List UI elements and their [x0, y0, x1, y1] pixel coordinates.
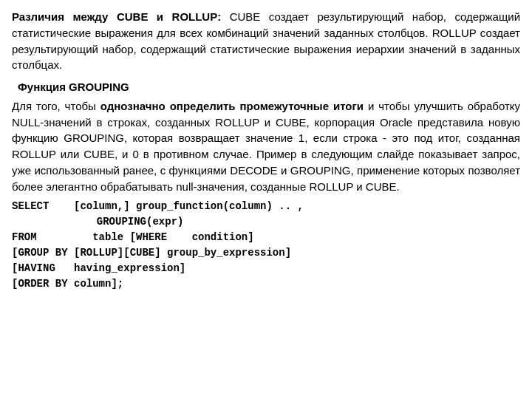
- paragraph2-end: и чтобы улучшить обработку NULL-значений…: [12, 100, 520, 193]
- code-line-3: FROM table [WHERE condition]: [12, 230, 520, 245]
- code-line-2: GROUPING(expr): [53, 214, 520, 230]
- grouping-heading: Функция GROUPING: [12, 79, 520, 95]
- sql-code-block: SELECT [column,] group_function(column) …: [12, 199, 520, 292]
- code-line-5: [HAVING having_expression]: [12, 261, 520, 276]
- paragraph-grouping: Для того, чтобы однозначно определить пр…: [12, 98, 520, 195]
- paragraph-cube-rollup: Различия между CUBE и ROLLUP: CUBE созда…: [12, 9, 520, 73]
- label-cube-rollup: Различия между CUBE и ROLLUP:: [12, 10, 221, 23]
- main-content: Различия между CUBE и ROLLUP: CUBE созда…: [12, 9, 520, 292]
- paragraph2-start: Для того, чтобы: [12, 100, 100, 112]
- code-line-4: [GROUP BY [ROLLUP][CUBE] group_by_expres…: [12, 245, 520, 261]
- code-line-6: [ORDER BY column];: [12, 276, 520, 292]
- code-line-1: SELECT [column,] group_function(column) …: [12, 199, 520, 214]
- paragraph2-bold: однозначно определить промежуточные итог…: [100, 100, 364, 112]
